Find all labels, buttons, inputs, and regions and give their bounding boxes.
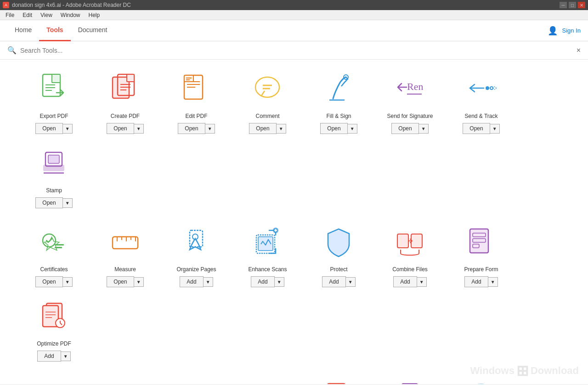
tab-tools[interactable]: Tools (39, 20, 70, 41)
certificates-arrow-button[interactable]: ▼ (63, 277, 73, 287)
menu-edit[interactable]: Edit (19, 11, 36, 19)
tool-compare-docs: Compare Documents Add ▼ (90, 375, 161, 384)
send-signature-open-button[interactable]: Open (391, 123, 418, 134)
search-input[interactable] (20, 47, 573, 54)
send-signature-arrow-button[interactable]: ▼ (419, 124, 429, 134)
svg-rect-35 (55, 247, 62, 248)
optimize-pdf-btn-group: Add ▼ (37, 351, 70, 362)
combine-files-add-button[interactable]: Add (393, 276, 417, 287)
tool-optimize-pdf: Optimize PDF Add ▼ (18, 296, 90, 362)
measure-btn-group: Open ▼ (107, 276, 143, 287)
organize-pages-label: Organize Pages (176, 266, 216, 273)
svg-point-26 (486, 86, 489, 90)
sign-in-button[interactable]: Sign In (562, 27, 581, 34)
minimize-button[interactable]: ─ (560, 2, 567, 8)
optimize-pdf-arrow-button[interactable]: ▼ (61, 352, 71, 361)
certificates-open-button[interactable]: Open (35, 276, 62, 287)
fill-sign-open-button[interactable]: Open (320, 123, 347, 134)
organize-pages-arrow-button[interactable]: ▼ (204, 277, 213, 287)
windows-text: Windows (470, 365, 514, 377)
stamp-label: Stamp (46, 187, 62, 194)
prepare-form-label: Prepare Form (464, 266, 498, 273)
close-button[interactable]: ✕ (578, 2, 585, 8)
organize-pages-icon-wrapper (176, 222, 217, 263)
create-pdf-open-button[interactable]: Open (107, 123, 134, 134)
edit-pdf-open-button[interactable]: Open (178, 123, 205, 134)
menu-window[interactable]: Window (57, 11, 84, 19)
comment-arrow-button[interactable]: ▼ (277, 124, 286, 134)
protect-arrow-button[interactable]: ▼ (346, 277, 356, 287)
export-pdf-label: Export PDF (40, 113, 68, 119)
send-track-open-button[interactable]: Open (463, 123, 490, 134)
window-title: donation sign 4x6.ai - Adobe Acrobat Rea… (12, 2, 131, 8)
tab-home[interactable]: Home (7, 20, 39, 41)
tool-print-production: Print Production Add ▼ (374, 375, 446, 384)
svg-rect-72 (328, 384, 345, 384)
protect-add-button[interactable]: Add (322, 276, 345, 287)
fill-sign-btn-group: Open ▼ (320, 123, 357, 134)
tool-send-signature: Ren Send for Signature Open ▼ (374, 69, 446, 134)
prepare-form-btn-group: Add ▼ (464, 276, 498, 287)
create-pdf-arrow-button[interactable]: ▼ (134, 124, 144, 134)
action-wizard-icon-wrapper (247, 375, 288, 384)
stamp-open-button[interactable]: Open (35, 197, 62, 208)
send-track-arrow-button[interactable]: ▼ (490, 124, 500, 134)
tool-enhance-scans: Enhance Scans Add ▼ (232, 222, 303, 287)
stamp-arrow-button[interactable]: ▼ (63, 198, 73, 208)
measure-arrow-button[interactable]: ▼ (134, 277, 144, 287)
measure-open-button[interactable]: Open (107, 276, 134, 287)
menu-view[interactable]: View (37, 11, 56, 19)
send-signature-icon-wrapper: Ren (390, 69, 431, 110)
enhance-scans-add-button[interactable]: Add (251, 276, 274, 287)
edit-pdf-arrow-button[interactable]: ▼ (205, 124, 215, 134)
prepare-form-arrow-button[interactable]: ▼ (488, 277, 498, 287)
comment-open-button[interactable]: Open (249, 123, 276, 134)
measure-label: Measure (114, 266, 136, 273)
account-icon: 👤 (548, 26, 558, 36)
svg-rect-31 (48, 155, 59, 163)
combine-files-label: Combine Files (392, 266, 428, 273)
prepare-form-add-button[interactable]: Add (464, 276, 488, 287)
export-pdf-open-button[interactable]: Open (35, 123, 62, 134)
send-signature-label: Send for Signature (387, 113, 433, 119)
tool-export-pdf: Export PDF Open ▼ (18, 69, 90, 134)
tool-stamp: Stamp Open ▼ (18, 143, 90, 208)
search-close-icon[interactable]: × (577, 46, 581, 55)
fill-sign-arrow-button[interactable]: ▼ (348, 124, 357, 134)
tool-create-custom: Create Custom Tool Add ▼ (303, 375, 374, 384)
create-pdf-icon-wrapper (105, 69, 146, 110)
fill-sign-icon-wrapper (318, 69, 360, 110)
tool-fill-sign: Fill & Sign Open ▼ (303, 69, 374, 134)
optimize-pdf-icon-wrapper (34, 296, 75, 338)
send-track-btn-group: Open ▼ (463, 123, 499, 134)
export-pdf-btn-group: Open ▼ (35, 123, 72, 134)
edit-pdf-label: Edit PDF (185, 113, 207, 119)
tab-document[interactable]: Document (71, 20, 115, 41)
enhance-scans-arrow-button[interactable]: ▼ (275, 277, 284, 287)
combine-files-btn-group: Add ▼ (393, 276, 426, 287)
protect-label: Protect (330, 266, 347, 273)
window-controls[interactable]: ─ □ ✕ (560, 2, 585, 8)
tool-prepare-form: Prepare Form Add ▼ (446, 222, 517, 287)
tool-edit-pdf: Edit PDF Open ▼ (161, 69, 232, 134)
organize-pages-btn-group: Add ▼ (180, 276, 213, 287)
export-pdf-arrow-button[interactable]: ▼ (63, 124, 73, 134)
tool-certificates: Certificates Open ▼ (18, 222, 90, 287)
combine-files-arrow-button[interactable]: ▼ (417, 277, 427, 287)
tool-comment: Comment Open ▼ (232, 69, 303, 134)
optimize-pdf-add-button[interactable]: Add (37, 351, 61, 362)
svg-rect-1 (52, 74, 60, 83)
title-bar: A donation sign 4x6.ai - Adobe Acrobat R… (0, 0, 588, 10)
organize-pages-add-button[interactable]: Add (180, 276, 203, 287)
maximize-button[interactable]: □ (569, 2, 576, 8)
send-track-icon-wrapper (461, 69, 502, 110)
comment-label: Comment (255, 113, 279, 119)
create-pdf-label: Create PDF (111, 113, 140, 119)
prepare-form-icon-wrapper (461, 222, 502, 263)
menu-help[interactable]: Help (85, 11, 104, 19)
menu-file[interactable]: File (2, 11, 18, 19)
send-signature-btn-group: Open ▼ (391, 123, 428, 134)
windows-logo: ⊞ (516, 362, 529, 379)
protect-btn-group: Add ▼ (322, 276, 355, 287)
tool-send-comments: Send for Comments Add ▼ (161, 375, 232, 384)
